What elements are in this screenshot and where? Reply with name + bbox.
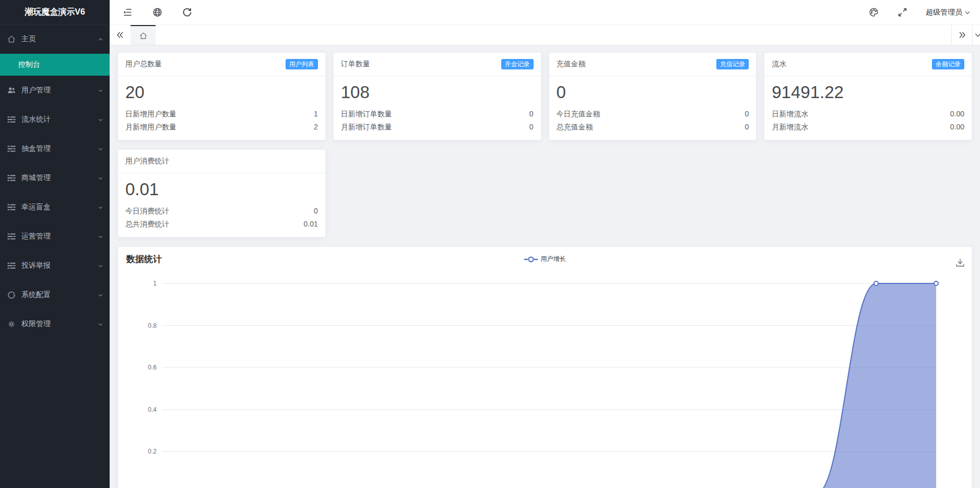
user-list-badge[interactable]: 用户列表 — [286, 59, 318, 69]
chevron-up-icon — [98, 37, 103, 42]
stat-cards-row-2: 用户消费统计 0.01 今日消费统计 0 总共消费统计 0.01 — [117, 149, 972, 237]
collapse-sidebar-icon[interactable] — [122, 7, 133, 18]
sidebar-item-label: 控制台 — [18, 60, 40, 69]
tab-bar — [110, 25, 980, 45]
sidebar-item-label: 主页 — [21, 34, 98, 44]
header-right-actions: 超级管理员 — [868, 7, 971, 18]
row-value: 2 — [314, 121, 318, 134]
tabs-scroll-right-button[interactable] — [951, 25, 972, 45]
sidebar-item-user-management[interactable]: 用户管理 — [0, 76, 110, 105]
card-body: 91491.22 日新增流水 0.00 月新增流水 0.00 — [764, 76, 972, 140]
row-value: 0 — [529, 108, 534, 121]
stat-card-consumption: 用户消费统计 0.01 今日消费统计 0 总共消费统计 0.01 — [117, 149, 326, 237]
legend-label: 用户增长 — [541, 255, 566, 264]
chevron-down-icon — [98, 234, 103, 240]
chevron-down-icon — [98, 205, 103, 210]
sidebar-item-box-management[interactable]: 抽盒管理 — [0, 134, 110, 163]
user-growth-chart: 0.20.40.60.81 — [118, 247, 971, 488]
sidebar-item-label: 抽盒管理 — [21, 144, 98, 153]
row-value: 0.00 — [950, 121, 964, 134]
main-area: 超级管理员 用户总数量 用户列表 — [110, 0, 980, 488]
sidebar-item-mall-management[interactable]: 商城管理 — [0, 163, 110, 193]
card-title: 用户总数量 — [125, 59, 162, 69]
card-title: 订单数量 — [341, 59, 370, 69]
sidebar-item-complaints[interactable]: 投诉举报 — [0, 251, 110, 280]
card-stat-row: 月新增订单数量 0 — [341, 121, 534, 134]
row-value: 0.00 — [950, 108, 964, 121]
chevron-down-icon — [98, 322, 103, 327]
svg-text:1: 1 — [153, 280, 157, 287]
fullscreen-icon[interactable] — [897, 7, 908, 18]
chart-legend-user-growth[interactable]: 用户增长 — [524, 255, 566, 264]
top-header: 超级管理员 — [110, 0, 980, 25]
sidebar-item-home[interactable]: 主页 — [0, 25, 110, 54]
chevron-down-icon — [974, 31, 980, 39]
sidebar-item-console[interactable]: 控制台 — [0, 54, 110, 76]
gear-icon — [7, 319, 16, 329]
double-chevron-left-icon — [116, 31, 124, 39]
refresh-icon[interactable] — [182, 7, 193, 18]
balance-records-badge[interactable]: 余额记录 — [932, 59, 964, 69]
sidebar-item-flow-stats[interactable]: 流水统计 — [0, 105, 110, 134]
card-stat-row: 月新增用户数量 2 — [125, 121, 318, 134]
recharge-records-badge[interactable]: 充值记录 — [716, 59, 749, 69]
sidebar-item-label: 投诉举报 — [21, 261, 98, 270]
list-icon — [7, 144, 16, 153]
row-value: 0 — [745, 121, 749, 134]
chevron-down-icon — [98, 175, 103, 181]
theme-palette-icon[interactable] — [868, 7, 879, 18]
sidebar-item-label: 流水统计 — [21, 115, 98, 124]
app-title: 潮玩魔盒演示V6 — [0, 0, 110, 25]
header-left-actions — [122, 7, 193, 18]
card-header: 订单数量 开盒记录 — [334, 53, 541, 76]
tabs-actions-dropdown[interactable] — [972, 25, 980, 45]
stat-card-recharge: 充值金额 充值记录 0 今日充值金额 0 总充值金额 0 — [549, 52, 757, 140]
svg-text:0.4: 0.4 — [148, 406, 157, 413]
row-label: 月新增流水 — [772, 121, 808, 134]
data-statistics-chart-card: 数据统计 用户增长 0.20.40.60.81 — [117, 246, 972, 488]
sidebar-item-lucky-box[interactable]: 幸运盲盒 — [0, 193, 110, 222]
card-title: 流水 — [772, 59, 786, 69]
card-title: 充值金额 — [557, 59, 586, 69]
home-icon — [7, 34, 16, 44]
card-body: 0 今日充值金额 0 总充值金额 0 — [549, 76, 757, 140]
card-header: 用户消费统计 — [118, 150, 325, 173]
tab-home[interactable] — [131, 25, 156, 45]
stat-card-flow: 流水 余额记录 91491.22 日新增流水 0.00 月新增流水 0.00 — [764, 52, 972, 140]
card-value: 91491.22 — [772, 82, 964, 102]
tabs-scroll-left-button[interactable] — [110, 25, 131, 45]
stat-card-users-total: 用户总数量 用户列表 20 日新增用户数量 1 月新增用户数量 2 — [117, 52, 326, 140]
card-value: 108 — [341, 82, 534, 102]
card-value: 20 — [125, 82, 318, 102]
card-value: 0.01 — [125, 180, 318, 199]
card-header: 用户总数量 用户列表 — [118, 53, 325, 76]
row-label: 今日消费统计 — [125, 205, 169, 218]
row-label: 日新增订单数量 — [341, 108, 392, 121]
row-label: 日新增用户数量 — [125, 108, 176, 121]
row-label: 总充值金额 — [557, 121, 593, 134]
list-icon — [7, 232, 16, 241]
user-menu[interactable]: 超级管理员 — [926, 8, 971, 17]
chevron-down-icon — [98, 117, 103, 123]
download-chart-icon[interactable] — [954, 257, 966, 268]
card-stat-row: 日新增流水 0.00 — [772, 108, 964, 121]
chevron-down-icon — [98, 146, 103, 152]
card-stat-row: 今日消费统计 0 — [125, 205, 318, 218]
sidebar-item-label: 商城管理 — [21, 173, 98, 183]
card-stat-row: 日新增用户数量 1 — [125, 108, 318, 121]
row-value: 0.01 — [304, 218, 318, 231]
config-icon — [7, 290, 16, 300]
sidebar-item-label: 运营管理 — [21, 232, 98, 241]
sidebar-item-label: 用户管理 — [21, 86, 98, 95]
double-chevron-right-icon — [958, 31, 966, 39]
list-icon — [7, 173, 16, 183]
card-stat-row: 今日充值金额 0 — [557, 108, 749, 121]
sidebar-item-operations[interactable]: 运营管理 — [0, 222, 110, 251]
page-content: 用户总数量 用户列表 20 日新增用户数量 1 月新增用户数量 2 — [110, 45, 980, 488]
language-globe-icon[interactable] — [152, 7, 163, 18]
sidebar-item-system-config[interactable]: 系统配置 — [0, 280, 110, 310]
stat-card-orders: 订单数量 开盒记录 108 日新增订单数量 0 月新增订单数量 0 — [333, 52, 541, 140]
sidebar-item-permissions[interactable]: 权限管理 — [0, 310, 110, 339]
row-label: 日新增流水 — [772, 108, 808, 121]
open-box-records-badge[interactable]: 开盒记录 — [501, 59, 534, 69]
